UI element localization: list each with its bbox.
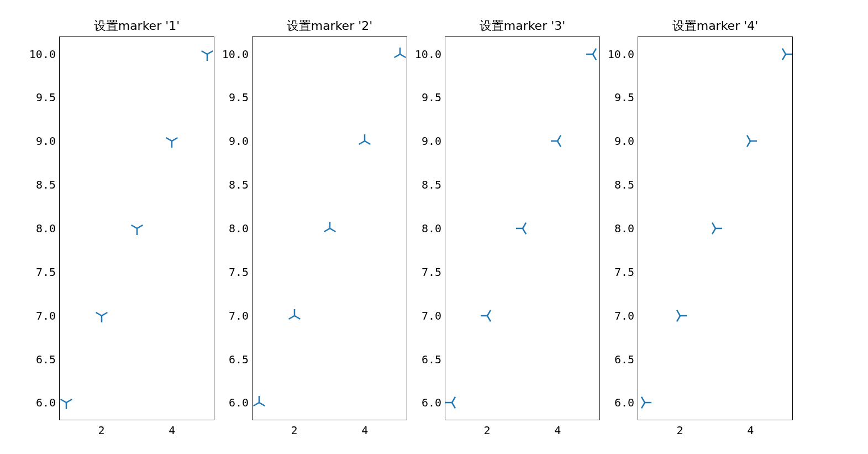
y-tick: 8.0 xyxy=(36,222,59,235)
svg-line-13 xyxy=(207,51,213,54)
data-marker xyxy=(708,221,723,236)
y-tick: 7.0 xyxy=(36,309,59,322)
y-tick: 8.0 xyxy=(422,222,445,235)
y-tick: 7.5 xyxy=(229,265,252,279)
svg-line-55 xyxy=(747,141,750,147)
y-tick: 8.5 xyxy=(36,178,59,191)
y-tick: 7.5 xyxy=(36,265,59,279)
y-tick: 8.5 xyxy=(229,178,252,191)
svg-line-7 xyxy=(137,225,143,228)
y-tick-label: 8.0 xyxy=(422,222,441,235)
data-marker xyxy=(743,134,757,148)
y-tick-label: 7.5 xyxy=(422,265,441,279)
svg-line-5 xyxy=(96,312,101,316)
svg-line-19 xyxy=(294,316,300,319)
y-tick: 6.5 xyxy=(614,353,638,366)
x-tick: 2 xyxy=(677,420,683,437)
svg-line-37 xyxy=(523,228,526,234)
svg-line-56 xyxy=(747,135,750,141)
y-tick: 7.0 xyxy=(422,309,445,322)
subplot-4: 设置marker '4'6.06.57.07.58.08.59.09.510.0… xyxy=(638,36,793,420)
y-tick: 6.5 xyxy=(422,353,445,366)
svg-line-58 xyxy=(782,54,786,60)
y-tick-label: 6.0 xyxy=(229,396,249,409)
chart-title: 设置marker '2' xyxy=(252,18,407,34)
y-tick-label: 6.5 xyxy=(614,353,634,366)
x-tick-label: 2 xyxy=(484,424,491,437)
y-tick: 9.5 xyxy=(614,91,638,104)
y-tick-label: 8.0 xyxy=(229,222,249,235)
svg-line-35 xyxy=(487,310,491,315)
x-tick: 4 xyxy=(361,420,368,437)
data-marker xyxy=(778,47,793,61)
data-marker xyxy=(638,395,652,410)
svg-line-53 xyxy=(712,223,716,228)
svg-line-14 xyxy=(202,51,207,54)
y-tick-label: 10.0 xyxy=(415,48,441,61)
y-tick-label: 7.0 xyxy=(422,309,441,322)
data-marker xyxy=(393,47,407,61)
y-tick: 7.5 xyxy=(422,265,445,279)
y-tick-label: 6.0 xyxy=(614,396,634,409)
x-tick: 4 xyxy=(554,420,561,437)
x-tick-label: 2 xyxy=(291,424,298,437)
data-marker xyxy=(515,221,530,236)
svg-line-17 xyxy=(253,403,259,406)
y-tick-label: 8.5 xyxy=(229,178,249,191)
data-marker xyxy=(252,395,266,410)
data-marker xyxy=(586,47,600,61)
svg-line-29 xyxy=(394,54,400,58)
chart-title: 设置marker '3' xyxy=(445,18,600,34)
svg-line-41 xyxy=(557,135,561,141)
svg-line-38 xyxy=(523,223,526,228)
y-tick: 10.0 xyxy=(29,48,59,61)
svg-line-40 xyxy=(557,141,561,147)
y-tick: 9.0 xyxy=(36,134,59,148)
y-tick-label: 9.0 xyxy=(229,134,249,148)
svg-line-2 xyxy=(60,399,66,403)
data-marker xyxy=(673,309,687,323)
chart-title: 设置marker '4' xyxy=(638,18,793,34)
y-tick-label: 8.5 xyxy=(422,178,441,191)
x-tick: 2 xyxy=(98,420,105,437)
y-tick-label: 9.0 xyxy=(422,134,441,148)
y-tick: 8.0 xyxy=(614,222,638,235)
x-tick-label: 4 xyxy=(554,424,561,437)
data-marker xyxy=(357,134,372,148)
y-tick: 9.5 xyxy=(422,91,445,104)
svg-line-34 xyxy=(487,316,491,321)
y-tick-label: 9.5 xyxy=(422,91,441,104)
y-tick-label: 7.5 xyxy=(614,265,634,279)
y-tick: 7.0 xyxy=(229,309,252,322)
y-tick-label: 6.5 xyxy=(422,353,441,366)
y-tick: 9.5 xyxy=(36,91,59,104)
y-tick-label: 10.0 xyxy=(222,48,249,61)
x-tick-label: 2 xyxy=(677,424,683,437)
svg-line-32 xyxy=(452,397,455,403)
y-tick-label: 9.5 xyxy=(229,91,249,104)
y-tick-label: 6.0 xyxy=(422,396,441,409)
y-tick-label: 9.5 xyxy=(36,91,56,104)
y-tick-label: 8.5 xyxy=(614,178,634,191)
x-tick-label: 2 xyxy=(98,424,105,437)
y-tick: 7.0 xyxy=(614,309,638,322)
y-tick: 6.0 xyxy=(229,396,252,409)
svg-line-25 xyxy=(365,141,370,144)
data-marker xyxy=(445,395,459,410)
svg-line-49 xyxy=(677,316,680,321)
data-marker xyxy=(94,309,109,323)
y-tick-label: 7.5 xyxy=(229,265,249,279)
svg-line-10 xyxy=(172,138,177,141)
y-tick: 7.5 xyxy=(614,265,638,279)
y-tick: 10.0 xyxy=(608,48,638,61)
y-tick: 6.0 xyxy=(614,396,638,409)
y-tick-label: 6.0 xyxy=(36,396,56,409)
data-marker xyxy=(480,309,495,323)
y-tick-label: 6.5 xyxy=(36,353,56,366)
y-tick-label: 6.5 xyxy=(229,353,249,366)
x-tick: 2 xyxy=(484,420,491,437)
svg-line-50 xyxy=(677,310,680,315)
y-tick: 8.5 xyxy=(422,178,445,191)
y-tick-label: 8.0 xyxy=(614,222,634,235)
data-marker xyxy=(550,134,565,148)
